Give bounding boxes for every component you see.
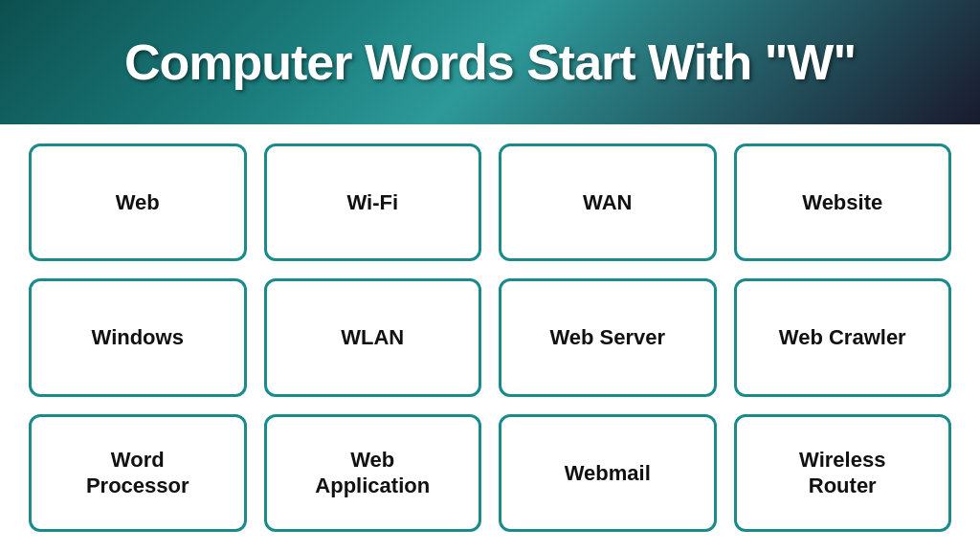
card-label-website: Website [802,189,882,216]
card-label-wireless-router: WirelessRouter [799,447,885,499]
card-label-windows: Windows [92,324,184,351]
word-grid: WebWi-FiWANWebsiteWindowsWLANWeb ServerW… [29,143,951,532]
card-label-web-crawler: Web Crawler [779,324,906,351]
card-label-wlan: WLAN [341,324,404,351]
card-web-server: Web Server [499,278,717,396]
card-web: Web [29,143,247,261]
card-label-webmail: Webmail [565,460,651,487]
card-wifi: Wi-Fi [264,143,482,261]
card-webmail: Webmail [499,414,717,532]
card-web-application: WebApplication [264,414,482,532]
card-wan: WAN [499,143,717,261]
card-wireless-router: WirelessRouter [734,414,952,532]
content-area: WebWi-FiWANWebsiteWindowsWLANWeb ServerW… [0,124,980,551]
card-word-processor: WordProcessor [29,414,247,532]
page-wrapper: Computer Words Start With "W" WebWi-FiWA… [0,0,980,551]
card-web-crawler: Web Crawler [734,278,952,396]
card-windows: Windows [29,278,247,396]
card-label-wifi: Wi-Fi [346,189,398,216]
card-label-web-server: Web Server [549,324,665,351]
card-label-web-application: WebApplication [315,447,430,499]
card-label-word-processor: WordProcessor [86,447,189,499]
card-website: Website [734,143,952,261]
card-wlan: WLAN [264,278,482,396]
page-title: Computer Words Start With "W" [124,33,856,91]
header: Computer Words Start With "W" [0,0,980,124]
card-label-wan: WAN [583,189,632,216]
card-label-web: Web [116,189,160,216]
